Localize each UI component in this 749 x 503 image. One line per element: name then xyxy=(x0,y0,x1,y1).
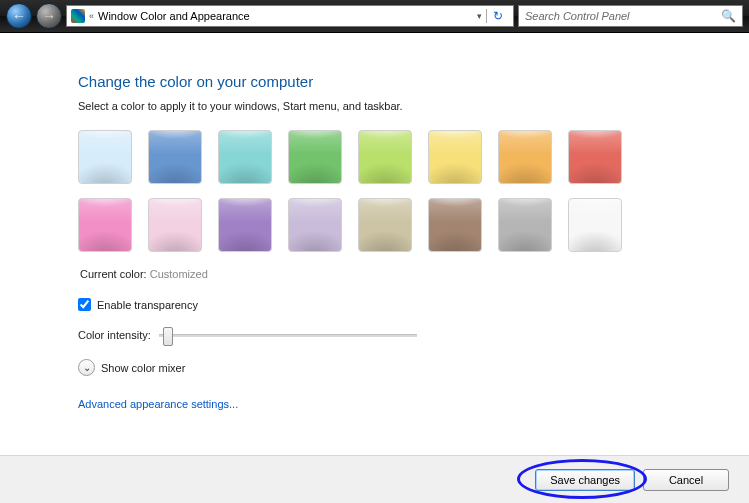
color-swatch-sea[interactable] xyxy=(218,130,272,184)
footer-bar: Save changes Cancel xyxy=(0,455,749,503)
refresh-icon[interactable]: ↻ xyxy=(486,9,509,23)
current-color-value: Customized xyxy=(150,268,208,280)
color-swatch-slate[interactable] xyxy=(498,198,552,252)
address-bar[interactable]: « Window Color and Appearance ▾ ↻ xyxy=(66,5,514,27)
color-swatch-ruby[interactable] xyxy=(568,130,622,184)
intensity-label: Color intensity: xyxy=(78,329,151,341)
color-swatch-violet[interactable] xyxy=(218,198,272,252)
breadcrumb: Window Color and Appearance xyxy=(98,10,250,22)
transparency-row: Enable transparency xyxy=(78,298,749,311)
forward-button[interactable]: → xyxy=(36,3,62,29)
save-button[interactable]: Save changes xyxy=(535,469,635,491)
color-mixer-row[interactable]: ⌄ Show color mixer xyxy=(78,359,749,376)
search-input[interactable]: Search Control Panel 🔍 xyxy=(518,5,743,27)
color-swatch-blush[interactable] xyxy=(148,198,202,252)
color-swatch-sky[interactable] xyxy=(78,130,132,184)
color-swatch-lavender[interactable] xyxy=(288,198,342,252)
search-icon: 🔍 xyxy=(721,9,736,23)
color-mixer-label: Show color mixer xyxy=(101,362,185,374)
intensity-row: Color intensity: xyxy=(78,329,749,341)
color-swatch-frost[interactable] xyxy=(568,198,622,252)
page-title: Change the color on your computer xyxy=(78,73,749,90)
current-color-row: Current color: Customized xyxy=(80,268,749,280)
chevron-down-icon[interactable]: ▾ xyxy=(477,11,482,21)
color-swatch-lime[interactable] xyxy=(358,130,412,184)
transparency-label: Enable transparency xyxy=(97,299,198,311)
color-swatch-grid xyxy=(78,130,668,252)
color-swatch-fuchsia[interactable] xyxy=(78,198,132,252)
page-subtitle: Select a color to apply it to your windo… xyxy=(78,100,749,112)
page-content: Change the color on your computer Select… xyxy=(0,33,749,455)
chevron-down-icon: ⌄ xyxy=(78,359,95,376)
color-swatch-chocolate[interactable] xyxy=(428,198,482,252)
advanced-appearance-link[interactable]: Advanced appearance settings... xyxy=(78,398,749,410)
search-placeholder: Search Control Panel xyxy=(525,10,630,22)
intensity-thumb[interactable] xyxy=(163,327,173,346)
color-swatch-twilight[interactable] xyxy=(148,130,202,184)
color-swatch-sun[interactable] xyxy=(428,130,482,184)
intensity-slider[interactable] xyxy=(159,334,417,337)
back-button[interactable]: ← xyxy=(6,3,32,29)
chevron-left-icon: « xyxy=(89,11,94,21)
cancel-button[interactable]: Cancel xyxy=(643,469,729,491)
navigation-bar: ← → « Window Color and Appearance ▾ ↻ Se… xyxy=(0,0,749,33)
color-swatch-leaf[interactable] xyxy=(288,130,342,184)
control-panel-icon xyxy=(71,9,85,23)
current-color-label: Current color: xyxy=(80,268,147,280)
color-swatch-pumpkin[interactable] xyxy=(498,130,552,184)
transparency-checkbox[interactable] xyxy=(78,298,91,311)
color-swatch-taupe[interactable] xyxy=(358,198,412,252)
